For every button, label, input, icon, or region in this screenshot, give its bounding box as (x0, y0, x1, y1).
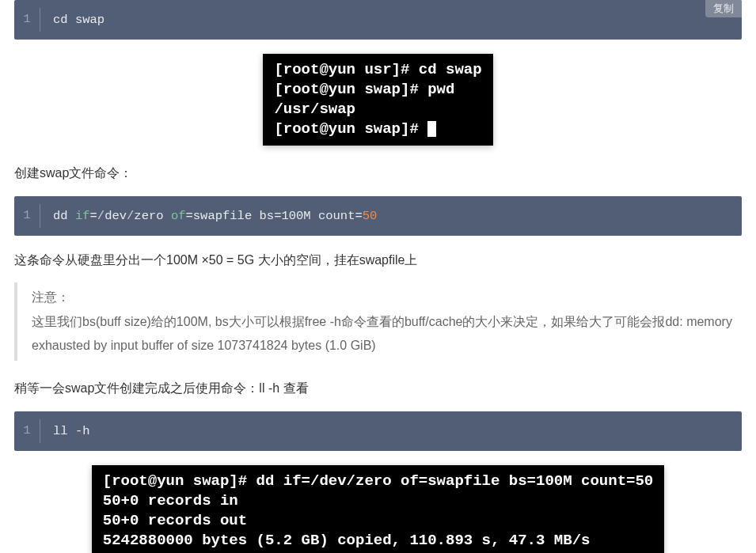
note-line: 注意： (32, 286, 742, 309)
terminal-line: [root@yun swap]# (274, 120, 427, 138)
terminal-line: [root@yun swap]# pwd (274, 81, 454, 98)
code-content: ll -h (40, 411, 742, 451)
terminal-line: 50+0 records in (103, 492, 238, 509)
note-block: 注意： 这里我们bs(buff size)给的100M, bs大小可以根据fre… (14, 282, 742, 361)
paragraph-ll-h: 稍等一会swap文件创建完成之后使用命令：ll -h 查看 (14, 378, 742, 399)
code-content: dd if=/dev/zero of=swapfile bs=100M coun… (40, 196, 742, 236)
paragraph-dd-explain: 这条命令从硬盘里分出一个100M ×50 = 5G 大小的空间，挂在swapfi… (14, 250, 742, 271)
code-block-dd: 1 dd if=/dev/zero of=swapfile bs=100M co… (14, 196, 742, 236)
terminal-output-dd: [root@yun swap]# dd if=/dev/zero of=swap… (92, 465, 665, 553)
code-content: cd swap (40, 0, 742, 40)
terminal-line: /usr/swap (274, 100, 355, 118)
terminal-line: 5242880000 bytes (5.2 GB) copied, 110.89… (103, 532, 591, 549)
line-number: 1 (14, 207, 40, 225)
line-number: 1 (14, 11, 40, 28)
code-block-cd-swap: 复制 1 cd swap (14, 0, 742, 40)
terminal-line: 50+0 records out (103, 512, 247, 529)
copy-button[interactable]: 复制 (705, 0, 742, 17)
line-number-gutter: 1 (14, 196, 40, 236)
code-block-ll-h: 1 ll -h (14, 411, 742, 451)
line-number: 1 (14, 422, 40, 440)
terminal-line: [root@yun usr]# cd swap (274, 61, 481, 78)
paragraph-create-swap: 创建swap文件命令： (14, 163, 742, 184)
terminal-output-cd-swap: [root@yun usr]# cd swap [root@yun swap]#… (263, 54, 492, 146)
cursor-icon (427, 121, 436, 137)
terminal-line: [root@yun swap]# dd if=/dev/zero of=swap… (103, 472, 654, 490)
line-number-gutter: 1 (14, 411, 40, 451)
note-line: 这里我们bs(buff size)给的100M, bs大小可以根据free -h… (32, 310, 742, 358)
line-number-gutter: 1 (14, 0, 40, 40)
